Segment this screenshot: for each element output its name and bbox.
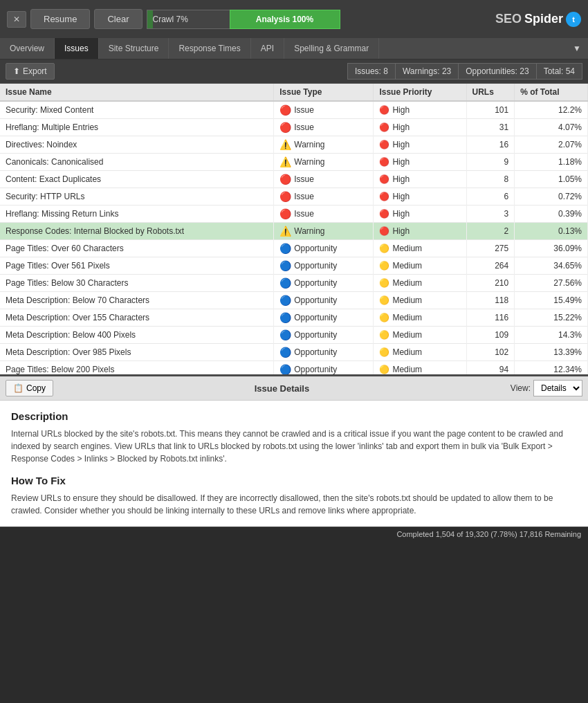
cell-type: 🔴 Issue (274, 188, 374, 206)
cell-name: Page Titles: Below 200 Pixels (0, 361, 274, 375)
table-row[interactable]: Canonicals: Canonicalised ⚠️ Warning 🔴 H… (0, 154, 588, 171)
copy-icon: 📋 (13, 383, 24, 393)
tab-overview[interactable]: Overview (0, 38, 55, 59)
type-label: Issue (294, 122, 314, 132)
table-row[interactable]: Security: Mixed Content 🔴 Issue 🔴 High 1… (0, 101, 588, 119)
analysis-bar[interactable]: Analysis 100% (230, 10, 340, 29)
cell-name: Page Titles: Below 30 Characters (0, 275, 274, 292)
cell-type: 🔴 Issue (274, 101, 374, 119)
col-percent: % of Total (515, 84, 588, 101)
cell-urls: 94 (466, 361, 515, 375)
table-row[interactable]: Page Titles: Below 200 Pixels 🔵 Opportun… (0, 361, 588, 375)
table-row[interactable]: Meta Description: Below 70 Characters 🔵 … (0, 292, 588, 309)
tab-spelling[interactable]: Spelling & Grammar (284, 38, 379, 59)
priority-icon: 🔴 (379, 174, 389, 184)
type-icon: 🔴 (279, 174, 291, 185)
table-row[interactable]: Page Titles: Over 561 Pixels 🔵 Opportuni… (0, 257, 588, 275)
cell-name: Canonicals: Canonicalised (0, 154, 274, 171)
type-icon: 🔵 (279, 295, 291, 306)
type-label: Warning (294, 226, 324, 236)
cell-percent: 13.39% (515, 344, 588, 361)
how-to-fix-title: How To Fix (11, 475, 577, 486)
cell-name: Hreflang: Missing Return Links (0, 206, 274, 223)
table-row[interactable]: Hreflang: Multiple Entries 🔴 Issue 🔴 Hig… (0, 119, 588, 136)
cell-percent: 15.22% (515, 309, 588, 327)
priority-icon: 🔴 (379, 192, 389, 201)
cell-urls: 6 (466, 188, 515, 206)
cell-urls: 264 (466, 257, 515, 275)
priority-label: High (392, 157, 410, 167)
clear-button[interactable]: Clear (94, 9, 142, 29)
cell-urls: 101 (466, 101, 515, 119)
cell-urls: 16 (466, 136, 515, 154)
status-bar: Completed 1,504 of 19,320 (7.78%) 17,816… (0, 527, 588, 541)
tab-response-times[interactable]: Response Times (169, 38, 250, 59)
cell-priority: 🟡 Medium (374, 309, 466, 327)
tab-issues[interactable]: Issues (55, 38, 99, 59)
priority-icon: 🔴 (379, 140, 389, 149)
cell-percent: 34.65% (515, 257, 588, 275)
priority-icon: 🟡 (379, 313, 389, 322)
tabs-bar: Overview Issues Site Structure Response … (0, 38, 588, 60)
export-button[interactable]: ⬆ Export (6, 63, 55, 80)
copy-button[interactable]: 📋 Copy (6, 380, 53, 396)
twitter-icon[interactable]: t (566, 12, 581, 27)
type-icon: ⚠️ (279, 226, 291, 237)
table-row[interactable]: Content: Exact Duplicates 🔴 Issue 🔴 High… (0, 171, 588, 188)
priority-label: High (392, 140, 410, 149)
cell-percent: 0.39% (515, 206, 588, 223)
type-label: Opportunity (294, 365, 337, 374)
type-label: Opportunity (294, 295, 337, 305)
toolbar: ✕ Resume Clear Crawl 7% Analysis 100% SE… (0, 0, 588, 38)
cell-type: 🔴 Issue (274, 206, 374, 223)
type-label: Opportunity (294, 261, 337, 271)
priority-label: Medium (392, 330, 422, 340)
table-row[interactable]: Response Codes: Internal Blocked by Robo… (0, 223, 588, 240)
priority-label: Medium (392, 278, 422, 288)
type-label: Opportunity (294, 278, 337, 288)
priority-icon: 🟡 (379, 278, 389, 288)
cell-percent: 12.34% (515, 361, 588, 375)
table-row[interactable]: Meta Description: Over 155 Characters 🔵 … (0, 309, 588, 327)
brand: SEO Spider t (495, 12, 581, 27)
cell-percent: 27.56% (515, 275, 588, 292)
warnings-count-badge: Warnings: 23 (395, 63, 458, 80)
tab-site-structure[interactable]: Site Structure (99, 38, 169, 59)
table-row[interactable]: Page Titles: Below 30 Characters 🔵 Oppor… (0, 275, 588, 292)
type-label: Issue (294, 174, 314, 184)
cell-priority: 🟡 Medium (374, 292, 466, 309)
cell-urls: 3 (466, 206, 515, 223)
table-row[interactable]: Hreflang: Missing Return Links 🔴 Issue 🔴… (0, 206, 588, 223)
table-row[interactable]: Meta Description: Below 400 Pixels 🔵 Opp… (0, 327, 588, 344)
cell-urls: 109 (466, 327, 515, 344)
tab-api[interactable]: API (251, 38, 284, 59)
priority-label: High (392, 192, 410, 201)
cell-priority: 🟡 Medium (374, 361, 466, 375)
close-button[interactable]: ✕ (7, 11, 26, 28)
table-row[interactable]: Directives: Noindex ⚠️ Warning 🔴 High 16… (0, 136, 588, 154)
table-row[interactable]: Page Titles: Over 60 Characters 🔵 Opport… (0, 240, 588, 257)
cell-priority: 🔴 High (374, 188, 466, 206)
cell-urls: 275 (466, 240, 515, 257)
description-text: Internal URLs blocked by the site's robo… (11, 428, 577, 465)
cell-name: Meta Description: Over 155 Characters (0, 309, 274, 327)
cell-urls: 102 (466, 344, 515, 361)
tabs-dropdown-arrow[interactable]: ▼ (566, 38, 588, 59)
cell-percent: 4.07% (515, 119, 588, 136)
table-row[interactable]: Meta Description: Over 985 Pixels 🔵 Oppo… (0, 344, 588, 361)
type-icon: 🔴 (279, 104, 291, 116)
cell-name: Page Titles: Over 60 Characters (0, 240, 274, 257)
priority-label: High (392, 209, 410, 219)
cell-priority: 🟡 Medium (374, 344, 466, 361)
table-row[interactable]: Security: HTTP URLs 🔴 Issue 🔴 High 6 0.7… (0, 188, 588, 206)
priority-icon: 🟡 (379, 295, 389, 305)
resume-button[interactable]: Resume (30, 9, 90, 29)
export-icon: ⬆ (13, 66, 20, 76)
cell-percent: 14.3% (515, 327, 588, 344)
copy-label: Copy (26, 383, 46, 393)
cell-priority: 🔴 High (374, 101, 466, 119)
view-select[interactable]: Details (533, 380, 582, 396)
cell-priority: 🟡 Medium (374, 275, 466, 292)
bottom-panel: 📋 Copy Issue Details View: Details Descr… (0, 374, 588, 527)
total-count-badge: Total: 54 (536, 63, 582, 80)
